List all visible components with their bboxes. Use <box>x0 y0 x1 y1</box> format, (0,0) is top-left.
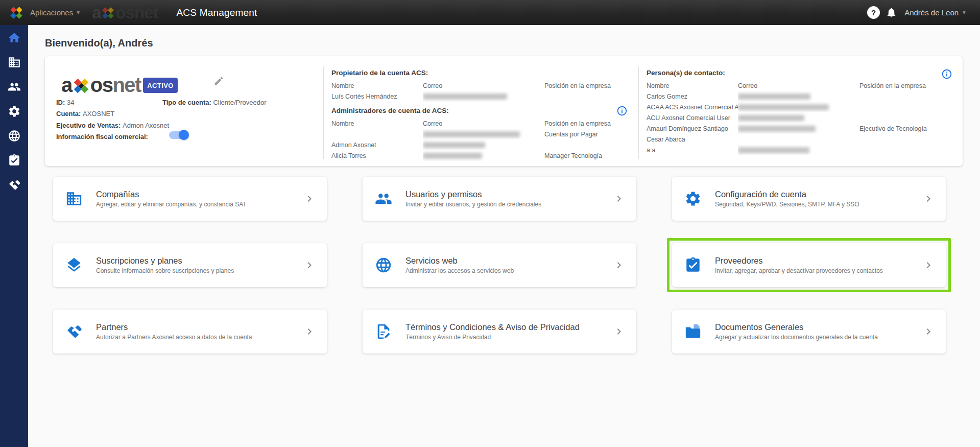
cuenta-label: Cuenta: <box>56 110 81 117</box>
col-correo: Correo <box>423 80 544 91</box>
tipo-label: Tipo de cuenta: <box>162 99 211 106</box>
main-content: Bienvenido(a), Andrés a os net ACTIVO ID… <box>28 25 980 447</box>
redacted-email <box>738 147 809 153</box>
cuenta-value: AXOSNET <box>83 110 114 117</box>
sidebar-item-users[interactable] <box>8 80 21 93</box>
ejecutivo-value: Admon Axosnet <box>123 122 169 129</box>
chevron-right-icon <box>613 259 625 271</box>
col-nombre: Nombre <box>331 80 423 91</box>
admin-name: Alicia Torres <box>331 150 423 161</box>
nav-card-partners[interactable]: PartnersAutorizar a Partners Axosnet acc… <box>53 310 327 354</box>
document-edit-icon <box>375 323 392 340</box>
edit-pencil-icon[interactable] <box>213 76 224 86</box>
folder-documents-icon <box>684 323 702 340</box>
contact-name: ACU Axosnet Comercial User <box>647 112 738 123</box>
nav-card-grid: CompañíasAgregar, editar y eliminar comp… <box>53 177 946 354</box>
chevron-right-icon <box>922 325 935 338</box>
sidebar-item-partners[interactable] <box>8 178 21 192</box>
redacted-email <box>423 93 507 100</box>
nav-card-terminos[interactable]: Términos y Condiciones & Aviso de Privac… <box>363 310 636 354</box>
handshake-icon <box>65 323 83 340</box>
layers-icon <box>65 256 83 274</box>
gear-icon <box>8 105 21 118</box>
caret-down-icon: ▼ <box>962 10 967 15</box>
admin-name <box>331 129 423 139</box>
redacted-email <box>423 131 520 137</box>
contacts-section: Persona(s) de contacto: Nombre Correo Po… <box>638 56 963 166</box>
owner-admins-section: Propietario de la cuenta ACS: Nombre Cor… <box>323 56 638 166</box>
fiscal-toggle[interactable] <box>169 131 188 139</box>
sidebar-item-settings[interactable] <box>8 105 21 118</box>
id-value: 34 <box>67 99 74 106</box>
sidebar <box>0 25 28 447</box>
contact-name: a a <box>647 145 738 155</box>
col-posicion: Posición en la empresa <box>544 80 638 91</box>
user-name: Andrés de Leon <box>904 8 959 17</box>
account-info-section: a os net ACTIVO ID: 34 Tipo de cuenta: C… <box>45 56 323 166</box>
id-label: ID: <box>56 99 65 106</box>
page-title: Bienvenido(a), Andrés <box>45 37 153 49</box>
aplicaciones-menu[interactable]: Aplicaciones ▼ <box>30 8 81 17</box>
bell-icon[interactable] <box>886 7 897 18</box>
chevron-right-icon <box>613 325 625 338</box>
status-badge: ACTIVO <box>143 78 178 93</box>
axosnet-logo: a os net <box>61 74 141 97</box>
toggle-knob <box>179 130 189 140</box>
nav-card-usuarios[interactable]: Usuarios y permisosInvitar y editar usua… <box>363 177 636 221</box>
contacts-heading: Persona(s) de contacto: <box>647 69 963 77</box>
contact-name: Cesar Abarca <box>647 134 738 145</box>
axosnet-wordmark: a osnet <box>92 3 158 22</box>
clipboard-check-icon <box>8 154 21 167</box>
account-summary-card: a os net ACTIVO ID: 34 Tipo de cuenta: C… <box>45 56 963 166</box>
sidebar-item-home[interactable] <box>8 31 21 44</box>
tipo-value: Cliente/Proveedor <box>213 99 266 106</box>
chevron-right-icon <box>303 193 316 205</box>
users-icon <box>375 190 392 207</box>
axosnet-logo-icon <box>9 6 23 20</box>
contact-name: Amauri Domínguez Santiago <box>647 123 738 134</box>
globe-icon <box>8 129 21 143</box>
info-icon[interactable] <box>941 68 952 80</box>
help-icon[interactable]: ? <box>867 6 880 19</box>
ejecutivo-label: Ejecutivo de Ventas: <box>56 122 121 129</box>
clipboard-check-icon <box>684 256 702 274</box>
chevron-right-icon <box>613 193 625 205</box>
fiscal-label: Información fiscal comercial: <box>56 133 148 140</box>
nav-card-suscripciones[interactable]: Suscripciones y planesConsulte informaci… <box>53 243 327 287</box>
axosnet-x-icon <box>73 77 90 95</box>
home-icon <box>8 31 21 44</box>
axosnet-x-icon <box>101 6 115 20</box>
handshake-icon <box>8 178 21 192</box>
user-menu[interactable]: Andrés de Leon ▼ <box>904 8 967 17</box>
app-title: ACS Management <box>177 7 257 18</box>
redacted-email <box>423 153 482 159</box>
owner-heading: Propietario de la cuenta ACS: <box>331 69 638 77</box>
redacted-email <box>738 93 810 100</box>
globe-icon <box>375 256 392 274</box>
admin-name: Admon Axosnet <box>331 139 423 150</box>
admins-heading: Administradores de cuenta de ACS: <box>331 107 638 114</box>
users-icon <box>8 80 21 93</box>
nav-card-companias[interactable]: CompañíasAgregar, editar y eliminar comp… <box>53 177 327 221</box>
info-icon[interactable] <box>616 105 628 116</box>
nav-card-proveedores[interactable]: ProveedoresInvitar, agregar, aprobar y d… <box>672 243 946 287</box>
chevron-right-icon <box>922 259 935 271</box>
owner-name: Luís Cortés Hernández <box>331 91 423 102</box>
redacted-email <box>738 126 816 132</box>
nav-card-configuracion[interactable]: Configuración de cuentaSeguridad, Keys/P… <box>672 177 946 221</box>
contact-name: Carlos Gomez <box>647 91 738 102</box>
nav-card-servicios-web[interactable]: Servicios webAdministrar los accesos a s… <box>363 243 636 287</box>
building-icon <box>65 190 83 207</box>
aplicaciones-label: Aplicaciones <box>30 8 73 17</box>
chevron-right-icon <box>303 325 316 338</box>
chevron-right-icon <box>922 193 935 205</box>
chevron-right-icon <box>303 259 316 271</box>
building-icon <box>8 56 21 69</box>
sidebar-item-web-services[interactable] <box>8 129 21 143</box>
contact-name: ACAA ACS Axosnet Comercial Ac... <box>647 102 738 112</box>
redacted-email <box>423 142 485 148</box>
top-bar: Aplicaciones ▼ a osnet ACS Management ? … <box>0 0 980 25</box>
sidebar-item-companies[interactable] <box>8 56 21 69</box>
sidebar-item-providers[interactable] <box>8 154 21 167</box>
nav-card-documentos[interactable]: Documentos GeneralesAgregar y actualizar… <box>672 310 946 354</box>
